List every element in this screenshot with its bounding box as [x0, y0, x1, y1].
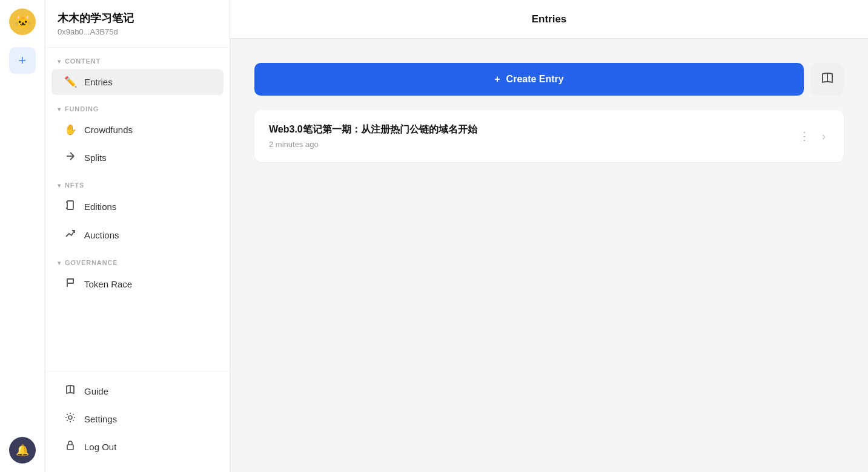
main-content: Entries + Create Entry Web3.0笔记第一期：从注册热门…: [230, 0, 868, 472]
entry-card: Web3.0笔记第一期：从注册热门公链的域名开始 2 minutes ago ⋮…: [254, 110, 844, 162]
icon-rail: 🐱 + 🔔: [0, 0, 45, 472]
main-body: + Create Entry Web3.0笔记第一期：从注册热门公链的域名开始 …: [230, 39, 868, 472]
section-label-nfts: ▾ NFTS: [45, 172, 230, 192]
lock-icon: [64, 440, 77, 454]
editions-icon: [64, 200, 77, 214]
sidebar-item-splits[interactable]: Splits: [51, 144, 224, 171]
sidebar-item-entries[interactable]: ✏️ Entries: [51, 69, 224, 95]
svg-rect-9: [67, 445, 73, 450]
user-name: 木木的学习笔记: [58, 11, 217, 25]
gear-icon: [64, 412, 77, 426]
sidebar-item-auctions[interactable]: Auctions: [51, 221, 224, 249]
chevron-down-icon: ▾: [58, 58, 61, 65]
sidebar-item-settings[interactable]: Settings: [51, 405, 224, 433]
chevron-right-icon: ›: [822, 130, 826, 143]
add-button[interactable]: +: [9, 47, 36, 74]
user-info: 木木的学习笔记 0x9ab0...A3B75d: [45, 11, 230, 48]
create-entry-row: + Create Entry: [254, 63, 844, 96]
book-view-button[interactable]: [811, 63, 844, 96]
section-label-governance: ▾ GOVERNANCE: [45, 249, 230, 270]
flag-icon: [64, 277, 77, 291]
sidebar-item-guide[interactable]: Guide: [51, 378, 224, 405]
sidebar-bottom: Guide Settings Log Out: [45, 372, 230, 461]
svg-rect-3: [67, 201, 73, 209]
avatar[interactable]: 🐱: [9, 8, 36, 35]
book-view-icon: [821, 71, 834, 88]
main-header: Entries: [230, 0, 868, 39]
entry-title: Web3.0笔记第一期：从注册热门公链的域名开始: [269, 123, 795, 136]
sidebar-item-token-race[interactable]: Token Race: [51, 270, 224, 298]
hand-icon: ✋: [64, 123, 77, 136]
create-entry-button[interactable]: + Create Entry: [254, 63, 804, 96]
sidebar: 木木的学习笔记 0x9ab0...A3B75d ▾ CONTENT ✏️ Ent…: [45, 0, 230, 472]
sidebar-item-logout[interactable]: Log Out: [51, 433, 224, 461]
split-icon: [64, 151, 77, 165]
svg-point-8: [68, 416, 72, 419]
entry-time: 2 minutes ago: [269, 140, 795, 149]
sidebar-item-crowdfunds[interactable]: ✋ Crowdfunds: [51, 117, 224, 143]
entry-actions: ⋮ ›: [795, 127, 829, 145]
pencil-icon: ✏️: [64, 76, 77, 88]
chevron-down-icon: ▾: [58, 260, 61, 266]
entry-more-button[interactable]: ⋮: [795, 127, 813, 145]
section-label-funding: ▾ FUNDING: [45, 96, 230, 116]
user-address: 0x9ab0...A3B75d: [58, 27, 217, 36]
chevron-down-icon: ▾: [58, 182, 61, 189]
sidebar-item-editions[interactable]: Editions: [51, 193, 224, 220]
section-label-content: ▾ CONTENT: [45, 48, 230, 68]
bell-button[interactable]: 🔔: [9, 437, 36, 464]
book-icon: [64, 384, 77, 398]
entry-navigate-button[interactable]: ›: [818, 128, 829, 145]
ellipsis-icon: ⋮: [799, 129, 810, 143]
entry-card-content: Web3.0笔记第一期：从注册热门公链的域名开始 2 minutes ago: [269, 123, 795, 149]
bell-icon: 🔔: [16, 444, 29, 457]
chevron-down-icon: ▾: [58, 106, 61, 113]
plus-icon: +: [494, 74, 500, 85]
auctions-icon: [64, 228, 77, 242]
page-title: Entries: [532, 13, 567, 25]
